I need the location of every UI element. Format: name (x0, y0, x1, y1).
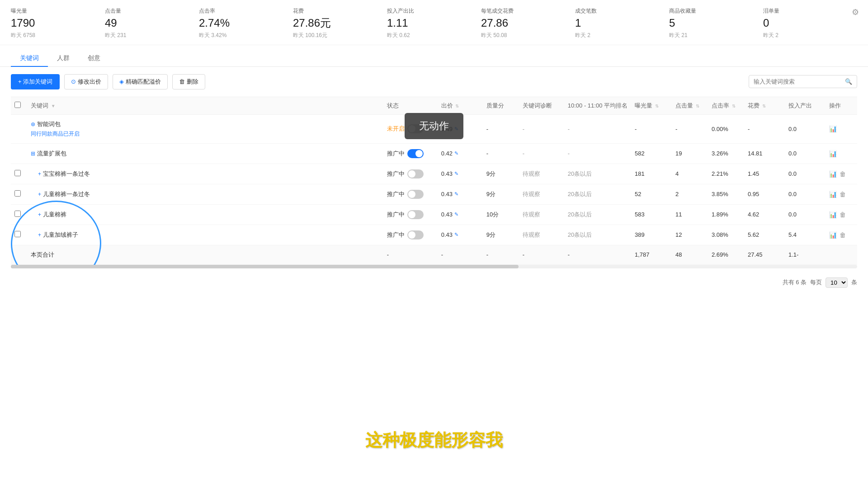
score-value: - (486, 126, 488, 132)
status-toggle[interactable] (407, 230, 424, 239)
row-checkbox[interactable] (14, 231, 21, 237)
summary-cell: 本页合计 (27, 245, 383, 264)
row-checkbox[interactable] (14, 170, 21, 176)
edit-bid-icon[interactable]: ✎ (454, 171, 458, 177)
keywords-table: 关键词 ▼状态出价 ⇅质量分关键词诊断10:00 - 11:00 平均排名曝光量… (11, 97, 857, 265)
diagnosis-value: 待观察 (523, 211, 540, 218)
page-size-select[interactable]: 10 20 50 (826, 277, 848, 288)
tab-创意[interactable]: 创意 (79, 51, 109, 67)
stats-bar: 曝光量 1790 昨天 6758 点击量 49 昨天 231 点击率 2.74%… (0, 0, 868, 45)
stat-value: 5 (669, 17, 756, 30)
status-toggle[interactable] (407, 124, 424, 133)
add-keyword-icon[interactable]: + (38, 232, 41, 238)
select-all-checkbox[interactable] (14, 102, 21, 108)
settings-icon[interactable]: ⚙ (852, 7, 859, 17)
bid-cell: 0.43✎ (438, 164, 483, 184)
table-body: ⊛智能词包同行同款商品已开启 未开启 0.49✎-----0.00%-0.0 📊… (11, 114, 857, 264)
keyword-name: 儿童加绒裤子 (43, 231, 78, 238)
col-header-roi: 投入产出 (785, 97, 826, 114)
status-toggle[interactable] (407, 169, 424, 178)
row-checkbox[interactable] (14, 190, 21, 197)
roi-cell: 0.0 (785, 184, 826, 204)
keyword-name: 流量扩展包 (37, 150, 66, 157)
col-header-diagnosis: 关键词诊断 (519, 97, 564, 114)
row-checkbox-cell (11, 143, 27, 164)
status-cell: 未开启 (383, 114, 438, 143)
delete-row-icon[interactable]: 🗑 (840, 211, 846, 218)
summary-cell: 1,787 (631, 245, 672, 264)
diagnosis-cell: 待观察 (519, 184, 564, 204)
keyword-cell: +儿童加绒裤子 (27, 225, 383, 245)
delete-button[interactable]: 🗑 删除 (172, 74, 205, 89)
per-page-label: 每页 (810, 278, 822, 286)
search-wrapper[interactable]: 🔍 (749, 75, 857, 88)
score-cell: - (483, 143, 519, 164)
status-toggle[interactable] (407, 210, 424, 219)
edit-bid-icon[interactable]: ✎ (454, 126, 458, 132)
col-header-bid[interactable]: 出价 ⇅ (438, 97, 483, 114)
score-cell: 9分 (483, 225, 519, 245)
stat-label: 花费 (293, 7, 380, 15)
col-header-cost[interactable]: 花费 ⇅ (744, 97, 785, 114)
expand-icon[interactable]: ⊛ (31, 121, 35, 127)
diagnosis-value: - (523, 126, 524, 132)
filter-icon[interactable]: ▼ (51, 103, 56, 108)
delete-row-icon[interactable]: 🗑 (840, 231, 846, 239)
table-scroll-bar[interactable] (11, 265, 857, 268)
actions-cell: 📊 (826, 114, 857, 143)
edit-bid-icon[interactable]: ✎ (454, 211, 458, 217)
sort-icon: ⇅ (696, 103, 699, 108)
edit-bid-icon[interactable]: ✎ (454, 232, 458, 238)
bid-cell: 0.43✎ (438, 204, 483, 225)
ctr-cell: 3.08% (708, 225, 744, 245)
tab-关键词[interactable]: 关键词 (11, 51, 48, 67)
chart-icon[interactable]: 📊 (829, 191, 837, 198)
bid-value: 0.49 (441, 126, 453, 132)
diagnosis-cell: 待观察 (519, 204, 564, 225)
delete-row-icon[interactable]: 🗑 (840, 170, 846, 178)
add-keyword-icon[interactable]: + (38, 171, 41, 177)
exact-match-button[interactable]: ◈ 精确匹配溢价 (113, 74, 168, 89)
status-toggle[interactable] (407, 190, 424, 199)
add-keyword-icon[interactable]: + (38, 191, 41, 197)
col-header-ctr[interactable]: 点击率 ⇅ (708, 97, 744, 114)
col-header-actions: 操作 (826, 97, 857, 114)
col-header-exposure[interactable]: 曝光量 ⇅ (631, 97, 672, 114)
expand-icon[interactable]: ⊞ (31, 150, 35, 157)
score-value: 9分 (486, 170, 495, 177)
status-toggle[interactable] (407, 149, 424, 158)
chart-icon[interactable]: 📊 (829, 170, 837, 178)
tab-人群[interactable]: 人群 (48, 51, 79, 67)
chart-icon[interactable]: 📊 (829, 211, 837, 218)
edit-bid-icon[interactable]: ✎ (454, 150, 458, 156)
cost-cell: 5.62 (744, 225, 785, 245)
actions-cell: 📊 🗑 (826, 184, 857, 204)
score-cell: 9分 (483, 184, 519, 204)
bid-cell: 0.42✎ (438, 143, 483, 164)
col-header-clicks[interactable]: 点击量 ⇅ (672, 97, 708, 114)
summary-row: 本页合计-----1,787482.69%27.451.1- (11, 245, 857, 264)
modify-bid-button[interactable]: ⊙ 修改出价 (64, 74, 108, 89)
delete-row-icon[interactable]: 🗑 (840, 191, 846, 198)
stat-value: 1.11 (387, 17, 474, 30)
keyword-cell: +儿童棉裤 (27, 204, 383, 225)
actions-cell: 📊 🗑 (826, 225, 857, 245)
add-keyword-icon[interactable]: + (38, 211, 41, 218)
table-scroll-thumb (11, 265, 519, 268)
exposure-cell: 583 (631, 204, 672, 225)
search-icon[interactable]: 🔍 (845, 78, 852, 85)
clicks-cell: 4 (672, 164, 708, 184)
chart-icon[interactable]: 📊 (829, 125, 837, 132)
sort-icon: ⇅ (455, 103, 459, 108)
summary-cell: - (383, 245, 438, 264)
add-keyword-button[interactable]: + 添加关键词 (11, 74, 60, 89)
row-checkbox[interactable] (14, 211, 21, 217)
table-row: +儿童棉裤一条过冬 推广中 0.43✎9分待观察20条以后5223.85%0.9… (11, 184, 857, 204)
chart-icon[interactable]: 📊 (829, 150, 837, 157)
toggle-open-link[interactable]: 同行同款商品已开启 (31, 131, 80, 137)
table-header-row: 关键词 ▼状态出价 ⇅质量分关键词诊断10:00 - 11:00 平均排名曝光量… (11, 97, 857, 114)
search-input[interactable] (754, 78, 842, 85)
edit-bid-icon[interactable]: ✎ (454, 191, 458, 197)
chart-icon[interactable]: 📊 (829, 231, 837, 239)
roi-cell: 5.4 (785, 225, 826, 245)
